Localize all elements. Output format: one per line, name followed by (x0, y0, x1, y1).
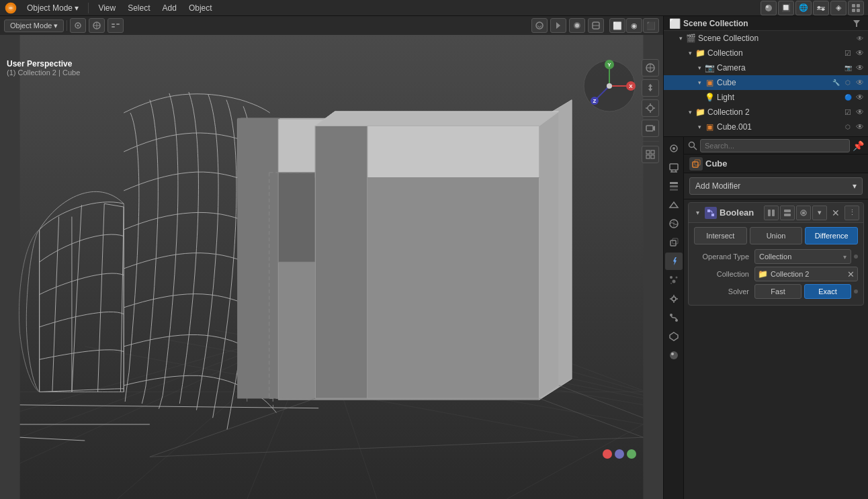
modifier-ctrl-3[interactable] (796, 206, 811, 220)
difference-button[interactable]: Difference (805, 227, 858, 244)
collection2-icon: 📁 (695, 107, 705, 118)
modifier-extra-btn[interactable]: ⋮ (844, 206, 859, 220)
add-modifier-section: Add Modifier ▾ (684, 173, 868, 199)
tree-arrow-light[interactable] (695, 93, 704, 102)
scene-visibility-icon[interactable]: 👁 (855, 33, 865, 44)
prop-world-icon[interactable] (665, 215, 683, 232)
tree-camera[interactable]: ▾ 📷 Camera 📷 👁 (664, 60, 868, 75)
pin-icon[interactable]: 📌 (853, 140, 864, 151)
modifier-ctrl-1[interactable] (764, 206, 779, 220)
tool-grid[interactable] (642, 146, 659, 163)
union-button[interactable]: Union (750, 227, 803, 244)
svg-rect-120 (670, 240, 676, 246)
svg-rect-104 (646, 150, 650, 154)
menu-view[interactable]: View (93, 2, 121, 14)
prop-modifier-icon[interactable] (665, 253, 683, 270)
collection-field[interactable]: 📁 Collection 2 ✕ (754, 267, 858, 281)
vp-right-icon-2[interactable] (550, 18, 566, 33)
prop-particle-icon[interactable] (665, 271, 683, 289)
object-mode-button[interactable]: Object Mode ▾ (21, 2, 84, 14)
prop-object-icon[interactable] (665, 234, 683, 251)
viewport-icon-2[interactable]: 🔲 (778, 1, 794, 15)
tool-select[interactable] (642, 59, 659, 77)
vp-overlay-btn[interactable] (569, 18, 585, 33)
collection-eye[interactable]: 👁 (855, 48, 865, 58)
cube-eye[interactable]: 👁 (855, 77, 865, 88)
svg-point-125 (670, 283, 672, 284)
rendered-shading-btn[interactable]: ⬛ (643, 18, 659, 33)
modifier-expand-toggle[interactable]: ▾ (693, 208, 702, 218)
operand-type-value[interactable]: Collection ▾ (754, 249, 851, 264)
viewport-icon-5[interactable]: ◈ (830, 1, 847, 15)
prop-constraints-icon[interactable] (665, 309, 683, 326)
header-icons: 🔲 🌐 ◈ (761, 1, 864, 15)
prop-physics-icon[interactable] (665, 290, 683, 308)
prop-output-icon[interactable] (665, 158, 683, 176)
menu-object[interactable]: Object (183, 2, 218, 14)
tree-arrow-camera[interactable]: ▾ (695, 63, 704, 73)
tool-cursor[interactable] (642, 99, 659, 117)
tree-cube001[interactable]: ▾ ▣ Cube.001 ⬡ 👁 (664, 120, 868, 134)
light-icon: 💡 (704, 92, 715, 103)
viewport-shading-rendered[interactable] (761, 1, 777, 15)
exact-solver-button[interactable]: Exact (804, 284, 851, 299)
viewport-icon-4[interactable] (813, 1, 829, 15)
prop-material-icon[interactable] (665, 347, 683, 364)
light-eye[interactable]: 👁 (855, 92, 865, 103)
object-type-icon (689, 157, 703, 171)
tree-arrow-collection2[interactable]: ▾ (685, 107, 695, 117)
object-mode-vp-btn[interactable]: Object Mode ▾ (4, 19, 64, 32)
tree-cube[interactable]: ▾ ▣ Cube 🔧 ⬡ 👁 (664, 75, 868, 90)
camera-label: Camera (717, 63, 842, 73)
scene-canvas[interactable]: User Perspective (1) Collection 2 | Cube… (0, 35, 663, 499)
outliner-top-buttons (851, 17, 863, 30)
svg-point-122 (670, 276, 672, 279)
svg-rect-135 (695, 160, 700, 165)
vp-right-icon-1[interactable] (531, 18, 548, 33)
menu-add[interactable]: Add (157, 2, 182, 14)
tree-arrow-scene[interactable]: ▾ (676, 34, 685, 43)
tree-scene-collection[interactable]: ▾ 🎬 Scene Collection 👁 (664, 31, 868, 46)
tool-camera[interactable] (642, 120, 659, 137)
svg-rect-116 (670, 185, 678, 187)
vp-xray-btn[interactable] (588, 18, 604, 33)
prop-viewlayer-icon[interactable] (665, 177, 683, 195)
collection-clear-button[interactable]: ✕ (847, 269, 855, 279)
prop-scene-icon[interactable] (665, 196, 683, 214)
collection-checkbox[interactable]: ☑ (842, 48, 853, 58)
collection2-eye[interactable]: 👁 (855, 107, 865, 118)
tree-arrow-collection[interactable]: ▾ (685, 48, 695, 58)
material-shading-btn[interactable]: ◉ (626, 18, 642, 33)
menu-select[interactable]: Select (122, 2, 155, 14)
tree-collection2[interactable]: ▾ 📁 Collection 2 ☑ 👁 (664, 105, 868, 120)
svg-rect-17 (112, 26, 115, 28)
cube001-eye[interactable]: 👁 (855, 122, 865, 132)
navigation-gizmo[interactable]: Y X Z (582, 59, 636, 113)
solid-shading-btn[interactable]: ⬜ (609, 18, 625, 33)
modifier-ctrl-dropdown[interactable]: ▾ (812, 206, 827, 220)
prop-render-icon[interactable] (665, 140, 683, 157)
collection2-checkbox[interactable]: ☑ (842, 107, 853, 118)
prop-data-icon[interactable] (665, 328, 683, 345)
vp-select-btn[interactable] (89, 18, 105, 33)
tree-arrow-cube[interactable]: ▾ (695, 78, 704, 87)
cube001-right: ⬡ 👁 (842, 122, 865, 132)
camera-eye[interactable]: 👁 (855, 62, 865, 73)
viewport-3d[interactable]: Object Mode ▾ (0, 16, 663, 499)
viewport-icon-3[interactable]: 🌐 (795, 1, 812, 15)
add-modifier-button[interactable]: Add Modifier ▾ (689, 177, 863, 195)
cube-type-icon: 🔧 (830, 77, 841, 88)
viewport-icon-6[interactable] (848, 1, 864, 15)
fast-solver-button[interactable]: Fast (754, 284, 801, 299)
modifier-close-button[interactable]: ✕ (828, 206, 843, 220)
properties-search-input[interactable] (700, 139, 850, 152)
tool-move[interactable] (642, 79, 659, 97)
vp-view-btn[interactable] (70, 18, 86, 33)
tree-arrow-cube001[interactable]: ▾ (695, 122, 704, 132)
tree-collection[interactable]: ▾ 📁 Collection ☑ 👁 (664, 46, 868, 60)
tree-light[interactable]: 💡 Light 🔵 👁 (664, 90, 868, 105)
intersect-button[interactable]: Intersect (694, 227, 747, 244)
vp-shading-btn[interactable] (107, 18, 124, 33)
modifier-ctrl-2[interactable] (780, 206, 795, 220)
outliner-filter-btn[interactable] (851, 17, 863, 30)
